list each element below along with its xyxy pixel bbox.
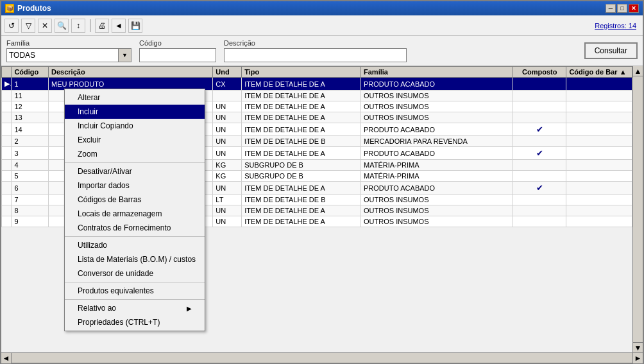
cell-codigo: 12 [12, 101, 49, 112]
context-menu-item-label: Relativo ao [78, 304, 116, 313]
cell-composto: ✔ [513, 182, 566, 195]
familia-dropdown-button[interactable]: ▼ [119, 48, 131, 62]
refresh-button[interactable]: ↺ [4, 19, 19, 33]
back-button[interactable]: ◄ [112, 19, 126, 33]
horizontal-scrollbar[interactable]: ◄ ► [1, 352, 643, 363]
delete-button[interactable]: ✕ [38, 19, 52, 33]
scroll-track [633, 76, 643, 342]
familia-input[interactable] [6, 48, 119, 62]
cell-composto [513, 160, 566, 171]
context-menu-item[interactable]: Incluir [65, 105, 205, 119]
row-indicator [2, 123, 12, 136]
cell-familia: OUTROS INSUMOS [361, 112, 513, 123]
checkmark-icon: ✔ [536, 125, 543, 134]
col-header-tipo: Tipo [242, 67, 361, 78]
context-menu-item[interactable]: Produtos equivalentes [65, 284, 205, 298]
cell-barcode [566, 136, 632, 147]
cell-codigo: 8 [12, 205, 49, 216]
col-header-codigo: Código [12, 67, 49, 78]
row-indicator [2, 171, 12, 182]
cell-barcode [566, 205, 632, 216]
titlebar-controls: ─ □ ✕ [606, 4, 639, 13]
cell-codigo: 5 [12, 171, 49, 182]
cell-tipo: ITEM DE DETALHE DE A [242, 216, 361, 227]
context-menu-item[interactable]: Zoom [65, 147, 205, 161]
context-menu-item[interactable]: Desativar/Ativar [65, 164, 205, 178]
checkmark-icon: ✔ [536, 148, 543, 158]
codigo-input[interactable] [139, 48, 216, 62]
context-menu-item-label: Incluir [78, 107, 98, 116]
context-menu-item[interactable]: Locais de armazenagem [65, 207, 205, 221]
context-menu-separator [65, 162, 205, 163]
cell-barcode [566, 123, 632, 136]
filter-button[interactable]: ▽ [21, 19, 35, 33]
context-menu-item[interactable]: Contratos de Fornecimento [65, 221, 205, 235]
context-menu-item[interactable]: Lista de Materiais (B.O.M) / custos [65, 252, 205, 266]
context-menu-item[interactable]: Alterar [65, 91, 205, 105]
cell-composto [513, 171, 566, 182]
context-menu-separator [65, 299, 205, 300]
sort-button[interactable]: ↕ [71, 19, 85, 33]
cell-familia: PRODUTO ACABADO [361, 147, 513, 160]
titlebar-left: 📦 Produtos [5, 4, 51, 13]
context-menu-item-label: Propriedades (CTRL+T) [78, 318, 160, 327]
row-indicator [2, 91, 12, 101]
context-menu-item[interactable]: Utilizado [65, 238, 205, 252]
col-header-familia: Família [361, 67, 513, 78]
cell-familia: MERCADORIA PARA REVENDA [361, 136, 513, 147]
cell-codigo: 2 [12, 136, 49, 147]
descricao-input[interactable] [224, 48, 407, 62]
familia-field: Família ▼ [6, 39, 131, 62]
col-header-composto: Composto [513, 67, 566, 78]
close-button[interactable]: ✕ [629, 4, 639, 13]
codigo-field: Código [139, 39, 216, 62]
cell-barcode [566, 171, 632, 182]
cell-familia: OUTROS INSUMOS [361, 91, 513, 101]
col-header-und: Und [213, 67, 242, 78]
cell-codigo: 6 [12, 182, 49, 195]
scroll-right-button[interactable]: ► [632, 353, 643, 363]
context-menu-separator [65, 282, 205, 282]
context-menu-item[interactable]: Propriedades (CTRL+T) [65, 315, 205, 329]
scroll-down-button[interactable]: ▼ [633, 342, 643, 352]
cell-und: UN [213, 123, 242, 136]
cell-tipo: ITEM DE DETALHE DE B [242, 195, 361, 205]
context-menu-item[interactable]: Excluir [65, 133, 205, 147]
context-menu-item-label: Excluir [78, 135, 101, 144]
cell-tipo: ITEM DE DETALHE DE A [242, 182, 361, 195]
context-menu-item[interactable]: Relativo ao▶ [65, 301, 205, 315]
cell-codigo: 11 [12, 91, 49, 101]
cell-barcode [566, 78, 632, 91]
cell-und: KG [213, 160, 242, 171]
context-menu-item-label: Desativar/Ativar [78, 167, 132, 176]
row-indicator [2, 147, 12, 160]
scroll-left-button[interactable]: ◄ [1, 353, 12, 363]
app-icon: 📦 [5, 4, 14, 13]
consultar-button[interactable]: Consultar [584, 42, 638, 59]
cell-barcode [566, 182, 632, 195]
minimize-button[interactable]: ─ [606, 4, 616, 13]
cell-barcode [566, 195, 632, 205]
context-menu-item[interactable]: Importar dados [65, 178, 205, 193]
cell-und: CX [213, 78, 242, 91]
search-button[interactable]: 🔍 [55, 19, 69, 33]
context-menu: AlterarIncluirIncluir CopiandoExcluirZoo… [64, 89, 205, 331]
row-indicator [2, 160, 12, 171]
vertical-scrollbar[interactable]: ▲ ▼ [632, 66, 643, 352]
context-menu-item[interactable]: Códigos de Barras [65, 193, 205, 207]
checkmark-icon: ✔ [536, 183, 543, 193]
save-button[interactable]: 💾 [128, 19, 142, 33]
context-menu-item-label: Utilizado [78, 241, 107, 250]
row-indicator [2, 195, 12, 205]
cell-composto: ✔ [513, 147, 566, 160]
familia-input-row: ▼ [6, 48, 131, 62]
context-menu-item-label: Lista de Materiais (B.O.M) / custos [78, 255, 196, 264]
maximize-button[interactable]: □ [617, 4, 627, 13]
cell-composto [513, 205, 566, 216]
cell-barcode [566, 147, 632, 160]
context-menu-item[interactable]: Incluir Copiando [65, 119, 205, 133]
scroll-up-button[interactable]: ▲ [633, 66, 643, 76]
print-button[interactable]: 🖨 [95, 19, 109, 33]
cell-barcode [566, 112, 632, 123]
context-menu-item[interactable]: Conversor de unidade [65, 266, 205, 281]
